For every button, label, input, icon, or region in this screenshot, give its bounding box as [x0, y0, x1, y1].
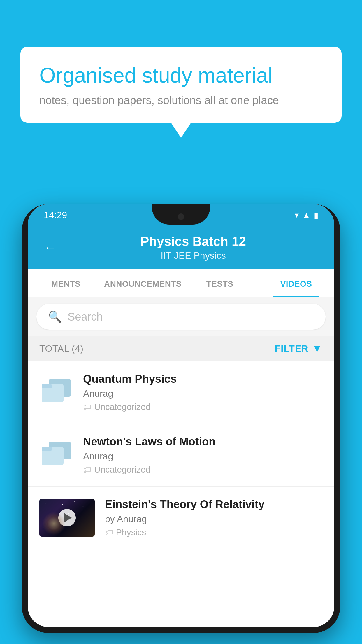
- svg-rect-7: [42, 447, 52, 451]
- tag-icon: 🏷: [105, 528, 113, 537]
- video-author: by Anurag: [105, 514, 323, 524]
- status-bar: 14:29 ▾ ▲ ▮: [28, 204, 334, 226]
- tag-icon: 🏷: [83, 465, 91, 475]
- search-icon: 🔍: [48, 310, 62, 323]
- video-tag: 🏷 Uncategorized: [83, 402, 323, 412]
- video-info: Newton's Laws of Motion Anurag 🏷 Uncateg…: [83, 435, 323, 475]
- tag-label: Uncategorized: [94, 465, 150, 475]
- filter-label: FILTER: [275, 343, 309, 354]
- svg-point-17: [42, 519, 43, 519]
- stars-decoration: [39, 499, 95, 537]
- video-author: Anurag: [83, 451, 323, 462]
- video-list: Quantum Physics Anurag 🏷 Uncategorized: [28, 361, 334, 549]
- phone-wrapper: 14:29 ▾ ▲ ▮ ← Physics Batch 12 IIT: [22, 204, 340, 644]
- battery-icon: ▮: [314, 210, 318, 220]
- filter-bar: TOTAL (4) FILTER ▼: [28, 336, 334, 361]
- header-main-title: Physics Batch 12: [68, 234, 318, 249]
- app-header: ← Physics Batch 12 IIT JEE Physics: [28, 226, 334, 269]
- video-tag: 🏷 Uncategorized: [83, 465, 323, 475]
- tag-label: Uncategorized: [94, 402, 150, 412]
- video-thumbnail-image: [39, 499, 95, 537]
- video-author: Anurag: [83, 388, 323, 399]
- header-sub-title: IIT JEE Physics: [68, 250, 318, 261]
- speech-bubble: Organised study material notes, question…: [20, 47, 342, 123]
- tab-announcements[interactable]: ANNOUNCEMENTS: [104, 269, 182, 297]
- wifi-icon: ▾: [295, 210, 299, 220]
- list-item[interactable]: Newton's Laws of Motion Anurag 🏷 Uncateg…: [28, 424, 334, 487]
- svg-point-16: [80, 512, 80, 512]
- folder-icon: [40, 378, 72, 407]
- bubble-subtitle: notes, question papers, solutions all at…: [39, 94, 323, 107]
- phone-screen: 14:29 ▾ ▲ ▮ ← Physics Batch 12 IIT: [28, 204, 334, 627]
- svg-point-15: [68, 513, 69, 514]
- video-info: Quantum Physics Anurag 🏷 Uncategorized: [83, 373, 323, 412]
- svg-point-11: [74, 501, 75, 502]
- signal-icon: ▲: [302, 211, 310, 220]
- phone-notch: [152, 204, 210, 225]
- speech-bubble-wrapper: Organised study material notes, question…: [20, 47, 342, 123]
- tab-tests[interactable]: TESTS: [182, 269, 258, 297]
- video-title: Newton's Laws of Motion: [83, 435, 323, 448]
- phone-frame: 14:29 ▾ ▲ ▮ ← Physics Batch 12 IIT: [22, 204, 340, 633]
- video-info: Einstein's Theory Of Relativity by Anura…: [105, 498, 323, 537]
- video-title: Quantum Physics: [83, 373, 323, 385]
- back-button[interactable]: ←: [44, 240, 57, 255]
- tab-ments[interactable]: MENTS: [28, 269, 104, 297]
- search-bar-container: 🔍 Search: [28, 298, 334, 336]
- list-item[interactable]: Einstein's Theory Of Relativity by Anura…: [28, 487, 334, 549]
- video-thumbnail: [39, 376, 73, 409]
- tag-label: Physics: [116, 527, 146, 537]
- svg-point-8: [45, 503, 46, 504]
- svg-rect-1: [49, 379, 59, 383]
- status-icons: ▾ ▲ ▮: [295, 210, 318, 220]
- svg-point-10: [62, 504, 63, 505]
- svg-point-18: [92, 522, 92, 522]
- svg-rect-3: [42, 384, 52, 388]
- svg-point-14: [48, 510, 48, 511]
- search-placeholder: Search: [68, 311, 103, 323]
- header-title-block: Physics Batch 12 IIT JEE Physics: [68, 234, 318, 261]
- svg-point-12: [83, 506, 84, 507]
- tab-videos[interactable]: VIDEOS: [258, 269, 334, 297]
- search-bar[interactable]: 🔍 Search: [36, 304, 326, 330]
- svg-rect-5: [49, 442, 59, 446]
- video-thumbnail: [39, 438, 73, 472]
- total-count-label: TOTAL (4): [39, 343, 83, 354]
- folder-icon: [40, 440, 72, 470]
- bubble-title: Organised study material: [39, 63, 323, 88]
- filter-button[interactable]: FILTER ▼: [275, 342, 323, 355]
- video-title: Einstein's Theory Of Relativity: [105, 498, 323, 511]
- screen-content: 14:29 ▾ ▲ ▮ ← Physics Batch 12 IIT: [28, 204, 334, 627]
- tag-icon: 🏷: [83, 402, 91, 412]
- svg-point-13: [89, 502, 89, 503]
- tabs-bar: MENTS ANNOUNCEMENTS TESTS VIDEOS: [28, 269, 334, 298]
- status-time: 14:29: [44, 210, 67, 220]
- video-tag: 🏷 Physics: [105, 527, 323, 537]
- camera-dot: [178, 214, 184, 220]
- list-item[interactable]: Quantum Physics Anurag 🏷 Uncategorized: [28, 361, 334, 424]
- svg-point-9: [54, 501, 54, 501]
- filter-icon: ▼: [312, 342, 323, 355]
